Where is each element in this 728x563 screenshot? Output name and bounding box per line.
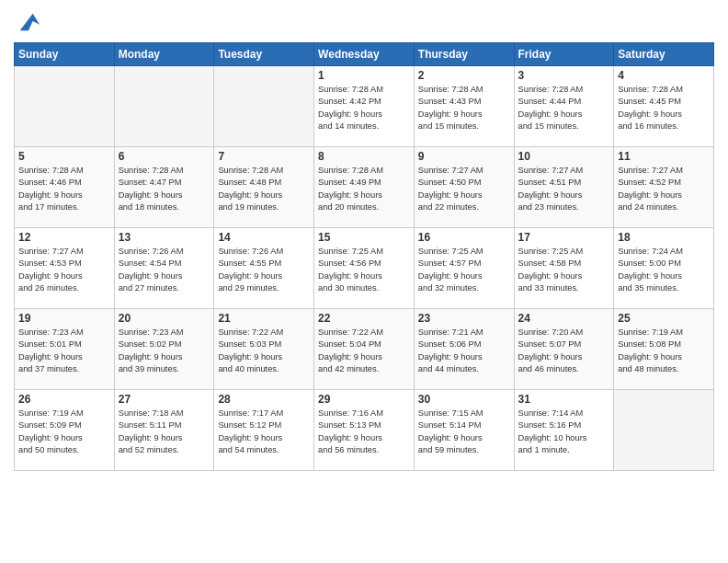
- day-info: Sunrise: 7:27 AM Sunset: 4:53 PM Dayligh…: [18, 246, 110, 295]
- day-number: 31: [518, 393, 610, 406]
- calendar-cell: 19Sunrise: 7:23 AM Sunset: 5:01 PM Dayli…: [15, 309, 115, 390]
- calendar-cell: 24Sunrise: 7:20 AM Sunset: 5:07 PM Dayli…: [514, 309, 614, 390]
- day-info: Sunrise: 7:26 AM Sunset: 4:54 PM Dayligh…: [119, 246, 210, 295]
- day-info: Sunrise: 7:25 AM Sunset: 4:56 PM Dayligh…: [318, 246, 410, 295]
- svg-marker-0: [20, 14, 40, 31]
- weekday-header-friday: Friday: [514, 43, 614, 66]
- day-number: 4: [618, 69, 710, 82]
- weekday-header-row: SundayMondayTuesdayWednesdayThursdayFrid…: [15, 43, 714, 66]
- day-number: 10: [518, 150, 610, 163]
- weekday-header-saturday: Saturday: [614, 43, 714, 66]
- calendar-cell: 7Sunrise: 7:28 AM Sunset: 4:48 PM Daylig…: [214, 147, 314, 228]
- day-info: Sunrise: 7:21 AM Sunset: 5:06 PM Dayligh…: [418, 327, 510, 376]
- day-number: 2: [418, 69, 510, 82]
- day-info: Sunrise: 7:18 AM Sunset: 5:11 PM Dayligh…: [119, 408, 210, 457]
- calendar-cell: 20Sunrise: 7:23 AM Sunset: 5:02 PM Dayli…: [114, 309, 214, 390]
- day-info: Sunrise: 7:28 AM Sunset: 4:47 PM Dayligh…: [119, 165, 210, 214]
- calendar-cell: 16Sunrise: 7:25 AM Sunset: 4:57 PM Dayli…: [414, 228, 514, 309]
- day-number: 19: [18, 312, 110, 325]
- day-number: 8: [318, 150, 410, 163]
- day-number: 1: [318, 69, 410, 82]
- calendar-week-row: 19Sunrise: 7:23 AM Sunset: 5:01 PM Dayli…: [15, 309, 714, 390]
- day-number: 22: [318, 312, 410, 325]
- day-number: 24: [518, 312, 610, 325]
- day-info: Sunrise: 7:20 AM Sunset: 5:07 PM Dayligh…: [518, 327, 610, 376]
- calendar-cell: [15, 66, 115, 147]
- calendar-cell: 30Sunrise: 7:15 AM Sunset: 5:14 PM Dayli…: [414, 390, 514, 471]
- day-number: 9: [418, 150, 510, 163]
- calendar-week-row: 1Sunrise: 7:28 AM Sunset: 4:42 PM Daylig…: [15, 66, 714, 147]
- calendar-week-row: 26Sunrise: 7:19 AM Sunset: 5:09 PM Dayli…: [15, 390, 714, 471]
- header: [14, 9, 714, 35]
- day-number: 12: [18, 231, 110, 244]
- calendar-cell: 5Sunrise: 7:28 AM Sunset: 4:46 PM Daylig…: [15, 147, 115, 228]
- calendar-cell: 10Sunrise: 7:27 AM Sunset: 4:51 PM Dayli…: [514, 147, 614, 228]
- day-info: Sunrise: 7:15 AM Sunset: 5:14 PM Dayligh…: [418, 408, 510, 457]
- weekday-header-wednesday: Wednesday: [314, 43, 415, 66]
- calendar-cell: 31Sunrise: 7:14 AM Sunset: 5:16 PM Dayli…: [514, 390, 614, 471]
- day-info: Sunrise: 7:28 AM Sunset: 4:44 PM Dayligh…: [518, 84, 610, 133]
- calendar-cell: 22Sunrise: 7:22 AM Sunset: 5:04 PM Dayli…: [314, 309, 415, 390]
- day-info: Sunrise: 7:28 AM Sunset: 4:46 PM Dayligh…: [18, 165, 110, 214]
- calendar-cell: 18Sunrise: 7:24 AM Sunset: 5:00 PM Dayli…: [614, 228, 714, 309]
- calendar-cell: 15Sunrise: 7:25 AM Sunset: 4:56 PM Dayli…: [314, 228, 415, 309]
- calendar-cell: [114, 66, 214, 147]
- day-number: 14: [218, 231, 310, 244]
- calendar-cell: 17Sunrise: 7:25 AM Sunset: 4:58 PM Dayli…: [514, 228, 614, 309]
- day-info: Sunrise: 7:28 AM Sunset: 4:43 PM Dayligh…: [418, 84, 510, 133]
- day-info: Sunrise: 7:25 AM Sunset: 4:58 PM Dayligh…: [518, 246, 610, 295]
- day-number: 3: [518, 69, 610, 82]
- calendar-cell: 2Sunrise: 7:28 AM Sunset: 4:43 PM Daylig…: [414, 66, 514, 147]
- day-number: 6: [119, 150, 210, 163]
- logo-icon: [16, 9, 41, 35]
- calendar-cell: [614, 390, 714, 471]
- calendar-cell: 14Sunrise: 7:26 AM Sunset: 4:55 PM Dayli…: [214, 228, 314, 309]
- day-number: 28: [218, 393, 310, 406]
- day-number: 29: [318, 393, 410, 406]
- day-number: 21: [218, 312, 310, 325]
- day-number: 18: [618, 231, 710, 244]
- day-info: Sunrise: 7:19 AM Sunset: 5:09 PM Dayligh…: [18, 408, 110, 457]
- calendar-cell: 3Sunrise: 7:28 AM Sunset: 4:44 PM Daylig…: [514, 66, 614, 147]
- day-number: 23: [418, 312, 510, 325]
- day-info: Sunrise: 7:28 AM Sunset: 4:42 PM Dayligh…: [318, 84, 410, 133]
- weekday-header-sunday: Sunday: [15, 43, 115, 66]
- calendar-cell: 25Sunrise: 7:19 AM Sunset: 5:08 PM Dayli…: [614, 309, 714, 390]
- calendar-cell: 9Sunrise: 7:27 AM Sunset: 4:50 PM Daylig…: [414, 147, 514, 228]
- day-number: 13: [119, 231, 210, 244]
- day-info: Sunrise: 7:26 AM Sunset: 4:55 PM Dayligh…: [218, 246, 310, 295]
- day-info: Sunrise: 7:22 AM Sunset: 5:03 PM Dayligh…: [218, 327, 310, 376]
- day-info: Sunrise: 7:24 AM Sunset: 5:00 PM Dayligh…: [618, 246, 710, 295]
- day-info: Sunrise: 7:19 AM Sunset: 5:08 PM Dayligh…: [618, 327, 710, 376]
- weekday-header-tuesday: Tuesday: [214, 43, 314, 66]
- calendar-cell: 21Sunrise: 7:22 AM Sunset: 5:03 PM Dayli…: [214, 309, 314, 390]
- calendar-cell: 6Sunrise: 7:28 AM Sunset: 4:47 PM Daylig…: [114, 147, 214, 228]
- page-container: SundayMondayTuesdayWednesdayThursdayFrid…: [0, 0, 728, 480]
- day-info: Sunrise: 7:23 AM Sunset: 5:02 PM Dayligh…: [119, 327, 210, 376]
- day-info: Sunrise: 7:28 AM Sunset: 4:48 PM Dayligh…: [218, 165, 310, 214]
- weekday-header-thursday: Thursday: [414, 43, 514, 66]
- calendar-cell: 12Sunrise: 7:27 AM Sunset: 4:53 PM Dayli…: [15, 228, 115, 309]
- calendar-cell: 11Sunrise: 7:27 AM Sunset: 4:52 PM Dayli…: [614, 147, 714, 228]
- day-number: 26: [18, 393, 110, 406]
- calendar-cell: 28Sunrise: 7:17 AM Sunset: 5:12 PM Dayli…: [214, 390, 314, 471]
- calendar-cell: 27Sunrise: 7:18 AM Sunset: 5:11 PM Dayli…: [114, 390, 214, 471]
- weekday-header-monday: Monday: [114, 43, 214, 66]
- day-info: Sunrise: 7:17 AM Sunset: 5:12 PM Dayligh…: [218, 408, 310, 457]
- day-number: 5: [18, 150, 110, 163]
- day-number: 25: [618, 312, 710, 325]
- calendar-cell: 26Sunrise: 7:19 AM Sunset: 5:09 PM Dayli…: [15, 390, 115, 471]
- day-number: 15: [318, 231, 410, 244]
- day-number: 30: [418, 393, 510, 406]
- calendar-cell: [214, 66, 314, 147]
- calendar-week-row: 5Sunrise: 7:28 AM Sunset: 4:46 PM Daylig…: [15, 147, 714, 228]
- calendar-cell: 29Sunrise: 7:16 AM Sunset: 5:13 PM Dayli…: [314, 390, 415, 471]
- day-info: Sunrise: 7:28 AM Sunset: 4:49 PM Dayligh…: [318, 165, 410, 214]
- calendar-cell: 8Sunrise: 7:28 AM Sunset: 4:49 PM Daylig…: [314, 147, 415, 228]
- day-number: 17: [518, 231, 610, 244]
- calendar-cell: 23Sunrise: 7:21 AM Sunset: 5:06 PM Dayli…: [414, 309, 514, 390]
- day-number: 7: [218, 150, 310, 163]
- calendar-cell: 1Sunrise: 7:28 AM Sunset: 4:42 PM Daylig…: [314, 66, 415, 147]
- day-number: 16: [418, 231, 510, 244]
- calendar-table: SundayMondayTuesdayWednesdayThursdayFrid…: [14, 42, 714, 471]
